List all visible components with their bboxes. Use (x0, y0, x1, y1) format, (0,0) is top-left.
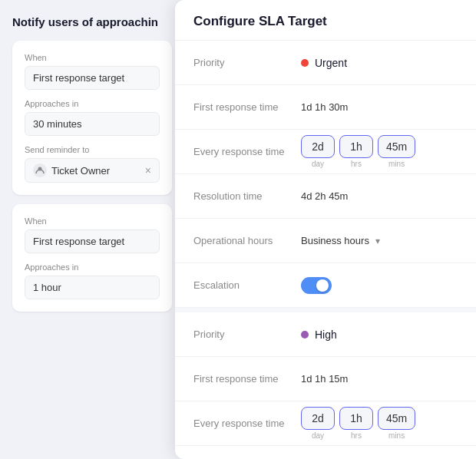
when-value-2: First response target (25, 230, 160, 253)
when-label-1: When (25, 53, 160, 62)
high-first-response-value: 1d 1h 15m (301, 373, 458, 385)
notify-title: Notify users of approachin (12, 15, 172, 28)
urgent-priority-row: Priority Urgent (175, 41, 476, 85)
approaches-label-1: Approaches in (25, 99, 160, 108)
recipient-name-1: Ticket Owner (51, 165, 140, 177)
high-first-response-time: 1d 1h 15m (301, 373, 348, 385)
urgent-day-unit: day (312, 160, 324, 168)
high-hrs-value[interactable]: 1h (339, 407, 373, 430)
panel-header: Configure SLA Target (175, 0, 476, 41)
high-mins-block: 45m mins (378, 407, 415, 440)
urgent-name: Urgent (315, 57, 347, 69)
urgent-resolution-label: Resolution time (193, 190, 301, 202)
urgent-operational-arrow: ▾ (375, 236, 380, 246)
high-every-response-value: 2d day 1h hrs 45m mins (301, 407, 458, 440)
urgent-mins-block: 45m mins (378, 135, 415, 168)
urgent-hrs-block: 1h hrs (339, 135, 373, 168)
recipient-icon-1 (33, 163, 47, 177)
left-panel: Notify users of approachin When First re… (0, 0, 184, 459)
urgent-operational-dropdown[interactable]: Business hours ▾ (301, 235, 458, 246)
urgent-first-response-time: 1d 1h 30m (301, 101, 348, 113)
recipient-close-1[interactable]: × (145, 165, 151, 176)
panel-title: Configure SLA Target (193, 14, 458, 29)
urgent-hrs-value[interactable]: 1h (339, 135, 373, 158)
high-day-value[interactable]: 2d (301, 407, 335, 430)
urgent-operational-selected: Business hours (301, 235, 369, 246)
toggle-knob (316, 279, 329, 292)
urgent-operational-value[interactable]: Business hours ▾ (301, 235, 458, 246)
right-panel: Configure SLA Target Priority Urgent Fir… (175, 0, 476, 459)
escalation-toggle[interactable] (301, 277, 332, 294)
high-hrs-unit: hrs (351, 431, 362, 440)
urgent-escalation-row: Escalation (175, 263, 476, 308)
send-label-1: Send reminder to (25, 145, 160, 154)
urgent-priority-label: Priority (193, 57, 301, 68)
when-value-1: First response target (25, 66, 160, 90)
high-first-response-row: First response time 1d 1h 15m (175, 357, 476, 401)
urgent-escalation-label: Escalation (193, 279, 301, 291)
high-dot (301, 331, 309, 338)
urgent-every-response-value: 2d day 1h hrs 45m mins (301, 135, 458, 168)
notification-card-2: When First response target Approaches in… (12, 204, 172, 312)
urgent-escalation-value (301, 277, 458, 294)
recipient-tag-1[interactable]: Ticket Owner × (25, 158, 160, 183)
high-day-unit: day (312, 431, 324, 440)
urgent-dot (301, 59, 309, 67)
urgent-hrs-unit: hrs (351, 160, 362, 168)
high-first-response-label: First response time (193, 373, 301, 385)
high-priority-value: High (301, 329, 458, 341)
urgent-mins-value[interactable]: 45m (378, 135, 415, 158)
when-label-2: When (25, 216, 160, 226)
urgent-resolution-time: 4d 2h 45m (301, 190, 348, 202)
high-every-response-row: Every response time 2d day 1h hrs 45m mi… (175, 401, 476, 446)
urgent-priority-value: Urgent (301, 57, 458, 69)
high-name: High (315, 329, 337, 341)
high-every-response-label: Every response time (193, 418, 301, 429)
urgent-day-block: 2d day (301, 135, 335, 168)
urgent-first-response-value: 1d 1h 30m (301, 101, 458, 113)
urgent-mins-unit: mins (388, 160, 405, 168)
urgent-operational-label: Operational hours (193, 235, 301, 246)
urgent-day-value[interactable]: 2d (301, 135, 335, 158)
urgent-every-response-label: Every response time (193, 146, 301, 157)
high-time-group: 2d day 1h hrs 45m mins (301, 407, 415, 440)
high-mins-unit: mins (388, 431, 405, 440)
notification-card-1: When First response target Approaches in… (12, 41, 172, 195)
urgent-first-response-row: First response time 1d 1h 30m (175, 85, 476, 130)
urgent-resolution-row: Resolution time 4d 2h 45m (175, 174, 476, 219)
approaches-value-2: 1 hour (25, 276, 160, 299)
high-priority-label: Priority (193, 329, 301, 340)
approaches-value-1: 30 minutes (25, 112, 160, 136)
approaches-label-2: Approaches in (25, 263, 160, 272)
high-mins-value[interactable]: 45m (378, 407, 415, 430)
high-day-block: 2d day (301, 407, 335, 440)
urgent-every-response-row: Every response time 2d day 1h hrs 45m mi… (175, 130, 476, 174)
urgent-operational-row: Operational hours Business hours ▾ (175, 219, 476, 263)
urgent-first-response-label: First response time (193, 101, 301, 113)
urgent-resolution-value: 4d 2h 45m (301, 190, 458, 202)
high-priority-row: Priority High (175, 312, 476, 357)
high-hrs-block: 1h hrs (339, 407, 373, 440)
urgent-time-group: 2d day 1h hrs 45m mins (301, 135, 415, 168)
